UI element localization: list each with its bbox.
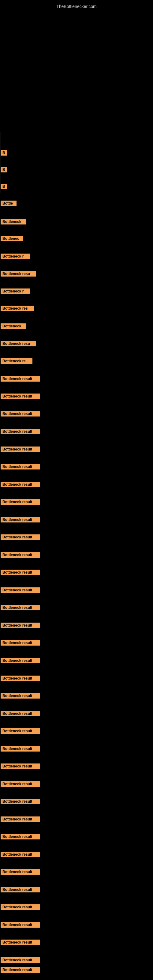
list-item: Bottleneck result xyxy=(1,658,40,665)
bottleneck-result-label: Bottleneck re xyxy=(1,358,32,364)
bottleneck-result-label: Bottleneck result xyxy=(1,676,40,681)
site-title: TheBottlenecker.com xyxy=(0,2,153,11)
list-item: Bottleneck r xyxy=(1,254,30,260)
bottleneck-result-label: Bottleneck result xyxy=(1,816,40,822)
bottleneck-result-label: Bottleneck result xyxy=(1,376,40,382)
bottleneck-result-label: Bottleneck resu xyxy=(1,341,36,346)
bottleneck-result-label: Bottleneck result xyxy=(1,852,40,857)
list-item: Bottleneck result xyxy=(1,922,40,929)
list-item: Bottleneck result xyxy=(1,623,40,629)
bottleneck-result-label: Bottleneck result xyxy=(1,482,40,487)
list-item: Bottleneck xyxy=(1,219,26,226)
list-item: Bottleneck result xyxy=(1,605,40,612)
list-item: Bottleneck result xyxy=(1,693,40,700)
list-item: Bottleneck result xyxy=(1,676,40,682)
bottleneck-result-label: Bottleneck result xyxy=(1,605,40,610)
bottleneck-result-label: Bottleneck result xyxy=(1,464,40,469)
list-item: Bottleneck result xyxy=(1,781,40,788)
bottleneck-result-label: Bottleneck result xyxy=(1,904,40,910)
list-item: B xyxy=(1,150,7,157)
bottleneck-result-label: Bottleneck result xyxy=(1,411,40,417)
list-item: Bottle xyxy=(1,200,16,207)
list-item: Bottleneck result xyxy=(1,869,40,876)
list-item: Bottleneck result xyxy=(1,517,40,524)
bottleneck-result-label: Bottleneck result xyxy=(1,623,40,628)
bottleneck-result-label: Bottleneck result xyxy=(1,834,40,840)
list-item: Bottleneck result xyxy=(1,640,40,647)
bottleneck-result-label: Bottleneck result xyxy=(1,781,40,787)
list-item: Bottleneck xyxy=(1,323,26,330)
bottleneck-result-label: Bottleneck result xyxy=(1,887,40,892)
list-item: Bottleneck result xyxy=(1,799,40,805)
bottleneck-result-label: Bottleneck r xyxy=(1,288,30,294)
bottleneck-result-label: Bottleneck result xyxy=(1,499,40,505)
list-item: Bottleneck result xyxy=(1,552,40,559)
bottleneck-result-label: Bottleneck result xyxy=(1,447,40,452)
bottleneck-result-label: Bottleneck xyxy=(1,219,26,224)
list-item: Bottlenec xyxy=(1,236,23,243)
bottleneck-result-label: Bottleneck result xyxy=(1,967,40,973)
list-item: Bottleneck result xyxy=(1,816,40,823)
bottleneck-result-label: Bottleneck result xyxy=(1,640,40,646)
list-item: B xyxy=(1,184,7,191)
list-item: Bottleneck result xyxy=(1,587,40,594)
list-item: Bottleneck result xyxy=(1,834,40,841)
bottleneck-result-label: Bottleneck result xyxy=(1,728,40,734)
bottleneck-result-label: Bottleneck result xyxy=(1,922,40,928)
bottleneck-result-label: B xyxy=(1,184,7,189)
list-item: Bottleneck resu xyxy=(1,271,36,278)
list-item: Bottleneck res xyxy=(1,305,34,312)
bottleneck-result-label: Bottleneck result xyxy=(1,799,40,804)
list-item: Bottleneck result xyxy=(1,887,40,894)
list-item: Bottleneck result xyxy=(1,967,40,974)
list-item: Bottleneck result xyxy=(1,393,40,400)
list-item: Bottleneck result xyxy=(1,447,40,453)
list-item: Bottleneck result xyxy=(1,570,40,576)
list-item: Bottleneck result xyxy=(1,535,40,541)
list-item: Bottleneck result xyxy=(1,957,40,964)
bottleneck-result-label: Bottle xyxy=(1,200,16,206)
bottleneck-result-label: Bottleneck result xyxy=(1,957,40,963)
bottleneck-result-label: B xyxy=(1,167,7,172)
list-item: Bottleneck r xyxy=(1,288,30,295)
list-item: Bottleneck result xyxy=(1,711,40,718)
bottleneck-result-label: Bottleneck result xyxy=(1,570,40,575)
bottleneck-result-label: Bottleneck result xyxy=(1,940,40,945)
bottleneck-result-label: Bottleneck r xyxy=(1,254,30,259)
list-item: Bottleneck result xyxy=(1,904,40,911)
list-item: Bottleneck result xyxy=(1,411,40,418)
list-item: Bottleneck result xyxy=(1,482,40,488)
bottleneck-result-label: Bottleneck result xyxy=(1,658,40,663)
bottleneck-result-label: Bottleneck result xyxy=(1,746,40,751)
list-item: Bottleneck result xyxy=(1,376,40,383)
bottleneck-result-label: Bottlenec xyxy=(1,236,23,241)
bottleneck-result-label: Bottleneck result xyxy=(1,764,40,769)
bottleneck-result-label: Bottleneck resu xyxy=(1,271,36,277)
list-item: Bottleneck result xyxy=(1,728,40,735)
bottleneck-result-label: Bottleneck result xyxy=(1,393,40,399)
list-item: B xyxy=(1,167,7,173)
bottleneck-result-label: Bottleneck result xyxy=(1,535,40,540)
bottleneck-result-label: Bottleneck xyxy=(1,323,26,329)
bottleneck-result-label: Bottleneck result xyxy=(1,552,40,558)
list-item: Bottleneck result xyxy=(1,429,40,436)
list-item: Bottleneck re xyxy=(1,358,32,365)
bottleneck-result-label: Bottleneck result xyxy=(1,711,40,716)
list-item: Bottleneck resu xyxy=(1,341,36,348)
list-item: Bottleneck result xyxy=(1,499,40,506)
bottleneck-result-label: Bottleneck res xyxy=(1,305,34,311)
bottleneck-result-label: Bottleneck result xyxy=(1,429,40,434)
bottleneck-result-label: Bottleneck result xyxy=(1,869,40,875)
bottleneck-result-label: Bottleneck result xyxy=(1,693,40,698)
list-item: Bottleneck result xyxy=(1,940,40,946)
bottleneck-result-label: B xyxy=(1,150,7,156)
list-item: Bottleneck result xyxy=(1,852,40,858)
bottleneck-result-label: Bottleneck result xyxy=(1,587,40,593)
list-item: Bottleneck result xyxy=(1,464,40,471)
bottleneck-result-label: Bottleneck result xyxy=(1,517,40,522)
list-item: Bottleneck result xyxy=(1,764,40,770)
list-item: Bottleneck result xyxy=(1,746,40,753)
